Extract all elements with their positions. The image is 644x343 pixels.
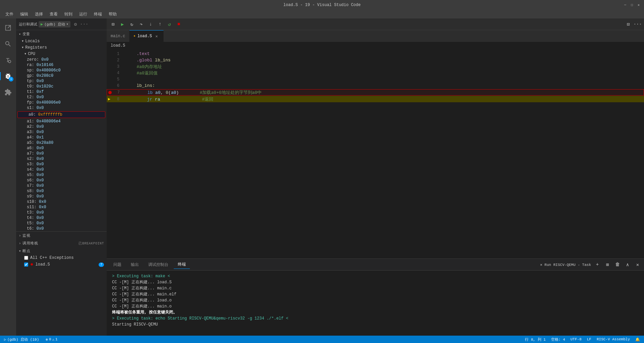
activity-search[interactable] [0, 36, 16, 52]
register-item-zero[interactable]: zero: 0x0 [16, 57, 107, 62]
menu-terminal[interactable]: 终端 [91, 11, 105, 18]
register-item-s9[interactable]: s9: 0x0 [16, 194, 107, 199]
panel-tab-terminal[interactable]: 终端 [174, 260, 190, 269]
register-value-a3: 0x0 [37, 130, 44, 134]
panel-tab-output[interactable]: 输出 [127, 261, 143, 269]
register-item-t0[interactable]: t0: 0x1020c [16, 84, 107, 89]
activity-scm[interactable] [0, 52, 16, 68]
register-item-s6[interactable]: s6: 0x0 [16, 178, 107, 183]
maximize-button[interactable]: □ [630, 3, 634, 7]
status-position[interactable]: 行 8, 列 1 [524, 337, 547, 342]
tab-load-s-dot: ● [133, 35, 135, 38]
register-item-s10[interactable]: s10: 0x0 [16, 199, 107, 205]
breakpoint-loads-checkbox[interactable] [24, 263, 28, 267]
debug-more-btn[interactable]: ··· [80, 20, 88, 28]
menu-file[interactable]: 文件 [3, 11, 16, 18]
register-item-a1[interactable]: a1: 0x408006e4 [16, 119, 107, 124]
register-name-a0: a0: [29, 112, 38, 117]
minimize-button[interactable]: ─ [623, 3, 627, 7]
panel-tab-debug-console[interactable]: 调试控制台 [144, 261, 172, 269]
more-actions-btn[interactable]: ··· [634, 20, 641, 28]
menu-help[interactable]: 帮助 [106, 11, 119, 18]
panel-split-btn[interactable]: ⊞ [604, 261, 611, 268]
locals-header[interactable]: ▾ Locals [16, 38, 107, 44]
register-item-a2[interactable]: a2: 0x0 [16, 124, 107, 129]
step-out-btn[interactable]: ↑ [156, 20, 164, 28]
menu-run[interactable]: 运行 [76, 11, 90, 18]
register-item-fp[interactable]: fp: 0x408006e0 [16, 100, 107, 105]
menu-select[interactable]: 选择 [32, 11, 46, 18]
register-item-gp[interactable]: gp: 0x208c0 [16, 73, 107, 78]
close-button[interactable]: ✕ [637, 3, 641, 7]
register-name-t6: t6: [27, 226, 37, 231]
status-debug-item[interactable]: ▷ (gdb) 启动 (19) [3, 337, 40, 342]
register-item-s4[interactable]: s4: 0x0 [16, 167, 107, 172]
register-item-ra[interactable]: ra: 0x10146 [16, 62, 107, 68]
restart-btn[interactable]: ↺ [166, 20, 173, 28]
variables-section-header[interactable]: ▾ 变量 [16, 30, 107, 38]
register-item-sp[interactable]: sp: 0x408006c0 [16, 68, 107, 73]
stop-btn[interactable]: ■ [175, 20, 182, 28]
register-item-t4[interactable]: t4: 0x0 [16, 215, 107, 221]
register-item-a3[interactable]: a3: 0x0 [16, 129, 107, 135]
panel-chevron-btn[interactable]: ∧ [624, 261, 631, 268]
register-item-tp[interactable]: tp: 0x0 [16, 78, 107, 84]
callstack-header[interactable]: › 调用堆栈 已BREAKPOINT [16, 239, 107, 247]
continue-btn[interactable]: ▶ [119, 20, 126, 28]
cpu-header[interactable]: ▾ CPU [16, 51, 107, 57]
step-over-btn[interactable]: ↷ [138, 20, 145, 28]
activity-debug[interactable]: 1 [0, 68, 16, 84]
tab-load-s-close[interactable]: ✕ [154, 34, 159, 39]
panel-close-btn[interactable]: ✕ [634, 261, 641, 268]
register-item-s8[interactable]: s8: 0x0 [16, 188, 107, 194]
register-item-t3[interactable]: t3: 0x0 [16, 210, 107, 215]
registers-header[interactable]: ▾ Registers [16, 44, 107, 51]
register-item-a5[interactable]: a5: 0x20a80 [16, 140, 107, 146]
register-item-s5[interactable]: s5: 0x0 [16, 172, 107, 178]
status-language[interactable]: RISC-V Assembly [595, 337, 631, 341]
status-notification[interactable]: 🔔 [634, 337, 641, 342]
register-item-a7[interactable]: a7: 0x0 [16, 151, 107, 156]
register-item-s2[interactable]: s2: 0x0 [16, 156, 107, 162]
register-item-t1[interactable]: t1: 0xf [16, 89, 107, 95]
panel-add-btn[interactable]: + [594, 261, 601, 268]
register-item-t5[interactable]: t5: 0x0 [16, 221, 107, 226]
register-item-s3[interactable]: s3: 0x0 [16, 162, 107, 167]
warning-count: 1 [55, 337, 58, 341]
sidebar: 运行和调试 ▶ (gdb) 启动 ▾ ⚙ ··· ▾ 变量 ▾ Locals [16, 18, 107, 336]
breakpoints-header[interactable]: ▾ 断点 [16, 247, 107, 255]
panel-tab-problems[interactable]: 问题 [109, 261, 125, 269]
status-line-ending[interactable]: LF [586, 337, 593, 341]
debug-settings-btn[interactable]: ⚙ [72, 20, 79, 28]
titlebar: load.S - 19 - Visual Studio Code ─ □ ✕ [0, 0, 644, 10]
split-editor-btn[interactable]: ⊡ [625, 20, 632, 28]
register-item-a6[interactable]: a6: 0x0 [16, 146, 107, 151]
register-item-a4[interactable]: a4: 0x1 [16, 135, 107, 140]
layout-icon[interactable]: ⊟ [109, 20, 117, 28]
bell-icon: 🔔 [635, 337, 640, 342]
register-item-s11[interactable]: s11: 0x0 [16, 205, 107, 210]
activity-explorer[interactable] [0, 20, 16, 36]
code-editor[interactable]: 1 .text 2 .globl lb_ins 3 #a0内存地址 [107, 49, 644, 259]
watch-header[interactable]: › 监视 [16, 232, 107, 239]
register-item-s7[interactable]: s7: 0x0 [16, 183, 107, 188]
register-item-a0[interactable]: a0: 0xfffffffb [17, 111, 105, 118]
breakpoint-cpp-checkbox[interactable] [24, 256, 28, 260]
register-item-s1[interactable]: s1: 0x0 [16, 105, 107, 111]
activity-extensions[interactable] [0, 84, 16, 100]
register-name-fp: fp: [27, 100, 37, 105]
panel-trash-btn[interactable]: 🗑 [614, 261, 621, 268]
status-errors[interactable]: ⊗ 0 ⚠ 1 [44, 337, 59, 342]
tab-load-s[interactable]: ● load.S ✕ [129, 30, 164, 42]
step-into-btn[interactable]: ↓ [147, 20, 154, 28]
menu-edit[interactable]: 编辑 [17, 11, 31, 18]
status-encoding[interactable]: UTF-8 [569, 337, 583, 341]
menu-view[interactable]: 查看 [47, 11, 60, 18]
register-item-t2[interactable]: t2: 0x0 [16, 95, 107, 100]
status-spaces[interactable]: 空格: 4 [550, 337, 567, 342]
menu-goto[interactable]: 转到 [62, 11, 75, 18]
register-item-t6[interactable]: t6: 0x0 [16, 226, 107, 231]
refresh-btn[interactable]: ↻ [128, 20, 136, 28]
debug-session[interactable]: ▶ (gdb) 启动 ▾ [39, 21, 70, 27]
tab-main-c[interactable]: main.c [107, 30, 129, 42]
